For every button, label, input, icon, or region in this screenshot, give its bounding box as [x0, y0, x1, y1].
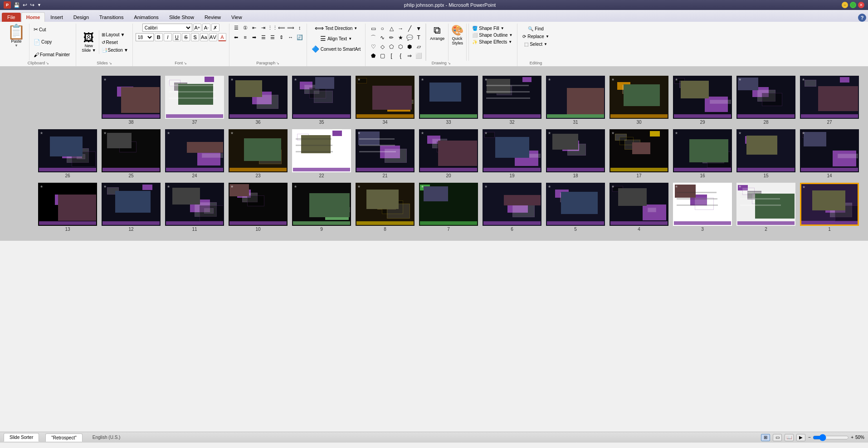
normal-view-btn[interactable]: ▭ [773, 434, 782, 441]
slide-thumb-2[interactable]: ★2 [736, 183, 795, 232]
copy-button[interactable]: 📄 Copy [32, 38, 71, 46]
slide-thumb-35[interactable]: ★35 [292, 76, 351, 125]
slide-thumb-18[interactable]: ★18 [546, 129, 605, 178]
bullets-button[interactable]: ☰ [232, 24, 240, 32]
zoom-out-btn[interactable]: − [808, 435, 811, 440]
slide-thumb-6[interactable]: ★6 [483, 183, 541, 232]
zoom-in-btn[interactable]: + [851, 435, 853, 440]
slide-thumb-31[interactable]: ★31 [546, 76, 605, 125]
tab-home[interactable]: Home [21, 12, 45, 22]
font-color-button[interactable]: A [218, 33, 226, 41]
font-expand[interactable]: ↘ [184, 61, 187, 65]
para-spacing-button[interactable]: ↔ [287, 33, 295, 41]
zoom-slider[interactable] [813, 436, 849, 439]
decrease-font-button[interactable]: A- [202, 24, 210, 32]
qat-customize[interactable]: ▼ [37, 3, 41, 7]
tab-design[interactable]: Design [68, 12, 94, 22]
select-button[interactable]: ⬚ Select ▼ [522, 41, 550, 48]
slide-thumb-27[interactable]: ★27 [800, 76, 859, 125]
slide-thumb-28[interactable]: ★28 [736, 76, 795, 125]
slide-thumb-30[interactable]: ★30 [610, 76, 668, 125]
slide-thumb-14[interactable]: ★14 [800, 129, 859, 178]
tab-transitions[interactable]: Transitions [94, 12, 128, 22]
hexagon-btn[interactable]: ⬡ [396, 43, 405, 51]
tab-insert[interactable]: Insert [45, 12, 68, 22]
format-painter-button[interactable]: 🖌 Format Painter [32, 51, 71, 59]
slide-thumb-16[interactable]: ★16 [673, 129, 732, 178]
slide-scroll-area[interactable]: ★1★2★3★4★5★6★7★8★9★10★11★12★13★14★15★16★… [0, 67, 868, 432]
pentagon-btn[interactable]: ⬠ [387, 43, 395, 51]
qat-redo[interactable]: ↪ [30, 2, 34, 8]
heart-btn[interactable]: ♡ [369, 43, 377, 51]
italic-button[interactable]: I [164, 33, 172, 41]
status-tab-slidesorter[interactable]: Slide Sorter [4, 433, 39, 442]
slide-sorter-view-btn[interactable]: ⊞ [761, 434, 770, 441]
find-button[interactable]: 🔍 Find [526, 25, 546, 32]
line-space2-button[interactable]: ⇕ [278, 33, 286, 41]
slide-thumb-10[interactable]: ★10 [229, 183, 288, 232]
slide-thumb-37[interactable]: ★37 [165, 76, 224, 125]
rtl-button[interactable]: ⟸ [278, 24, 286, 32]
clear-format-button[interactable]: ✗ [211, 24, 219, 32]
bold-button[interactable]: B [155, 33, 163, 41]
justify-button[interactable]: ☰ [259, 33, 268, 41]
replace-button[interactable]: ⟳ Replace ▼ [520, 33, 551, 40]
justify2-button[interactable]: ☰ [268, 33, 277, 41]
clipboard-expand[interactable]: ↘ [46, 61, 49, 65]
paste-button[interactable]: 📋 Paste ▼ [4, 24, 29, 61]
help-button[interactable]: ? [858, 14, 866, 22]
para-expand[interactable]: ↘ [276, 61, 279, 65]
increase-font-button[interactable]: A+ [193, 24, 201, 32]
tab-animations[interactable]: Animations [129, 12, 163, 22]
align-text-button[interactable]: ☰ Align Text ▼ [318, 34, 354, 43]
slide-thumb-15[interactable]: ★15 [736, 129, 795, 178]
slide-thumb-12[interactable]: ★12 [102, 183, 161, 232]
slide-thumb-32[interactable]: ★32 [483, 76, 541, 125]
tab-view[interactable]: View [226, 12, 247, 22]
slide-thumb-11[interactable]: ★11 [165, 183, 224, 232]
align-right-button[interactable]: ➡ [250, 33, 258, 41]
slide-thumb-7[interactable]: ★7 [419, 183, 478, 232]
slide-thumb-25[interactable]: ★25 [102, 129, 161, 178]
cube-btn[interactable]: ⬜ [414, 52, 423, 60]
ltr-button[interactable]: ⟹ [287, 24, 295, 32]
numbering-button[interactable]: ① [241, 24, 249, 32]
shadow-button[interactable]: S [191, 33, 199, 41]
qat-undo[interactable]: ↩ [23, 2, 27, 8]
trapezoid-btn[interactable]: ⬟ [369, 52, 377, 60]
increase-indent-button[interactable]: ⇥ [259, 24, 268, 32]
rounded-rect-btn[interactable]: ▢ [378, 52, 386, 60]
slide-thumb-19[interactable]: ★19 [483, 129, 541, 178]
slide-thumb-23[interactable]: ★23 [229, 129, 288, 178]
slide-thumb-34[interactable]: ★34 [356, 76, 414, 125]
minimize-button[interactable]: − [842, 2, 848, 8]
qat-save[interactable]: 💾 [14, 2, 20, 8]
rect-shape-btn[interactable]: ▭ [369, 24, 377, 33]
slide-thumb-13[interactable]: ★13 [38, 183, 97, 232]
smartart-convert[interactable]: 🔄 [296, 33, 304, 41]
tab-slideshow[interactable]: Slide Show [164, 12, 199, 22]
diamond-btn[interactable]: ◇ [378, 43, 386, 51]
close-button[interactable]: ✕ [858, 2, 864, 8]
layout-button[interactable]: ⊞ Layout ▼ [100, 31, 130, 38]
slide-thumb-3[interactable]: ★3 [673, 183, 732, 232]
status-tab-theme[interactable]: "Retrospect" [45, 433, 82, 442]
slide-thumb-29[interactable]: ★29 [673, 76, 732, 125]
arrow-shape-btn[interactable]: → [396, 24, 405, 33]
slide-thumb-24[interactable]: ★24 [165, 129, 224, 178]
slide-thumb-8[interactable]: ★8 [356, 183, 414, 232]
char-spacing-button[interactable]: AV [209, 33, 217, 41]
shape-effects-button[interactable]: ✨ Shape Effects ▼ [471, 39, 514, 45]
font-name-select[interactable]: Calibri [142, 24, 192, 32]
slide-thumb-38[interactable]: ★38 [102, 76, 161, 125]
slide-thumb-17[interactable]: ★17 [610, 129, 668, 178]
slide-thumb-36[interactable]: ★36 [229, 76, 288, 125]
callout-btn[interactable]: 💬 [405, 34, 414, 42]
slide-thumb-1[interactable]: ★1 [800, 183, 859, 232]
section-button[interactable]: 📑 Section ▼ [100, 47, 130, 54]
shape-outline-button[interactable]: ⬜ Shape Outline ▼ [471, 32, 514, 38]
slide-thumb-20[interactable]: ★20 [419, 129, 478, 178]
slides-expand[interactable]: ↘ [109, 61, 112, 65]
slideshow-view-btn[interactable]: ▶ [796, 434, 805, 441]
slide-thumb-22[interactable]: ★22 [292, 129, 351, 178]
